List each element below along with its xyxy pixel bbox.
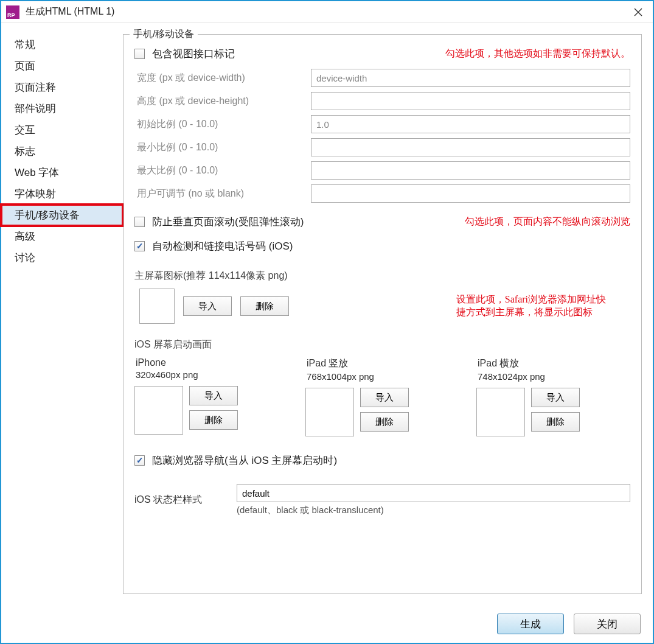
width-input[interactable]: [311, 69, 630, 87]
splash-iphone-import-button[interactable]: 导入: [189, 386, 238, 405]
splash-ipad-l-name: iPad 横放: [476, 357, 630, 370]
splash-iphone-thumb: [134, 386, 183, 435]
annotation-safari-1: 设置此项，Safari浏览器添加网址快: [456, 293, 606, 306]
home-icon-delete-button[interactable]: 删除: [240, 296, 289, 316]
splash-ipad-portrait: iPad 竖放 768x1004px png 导入 删除: [305, 357, 459, 436]
initial-scale-input[interactable]: [311, 115, 630, 133]
fieldset-legend: 手机/移动设备: [130, 28, 198, 41]
prevent-scroll-label: 防止垂直页面滚动(受阻弹性滚动): [152, 215, 304, 229]
initial-scale-label: 初始比例 (0 - 10.0): [134, 118, 311, 131]
dialog-window: 生成HTML (HTML 1) 常规 页面 页面注释 部件说明 交互 标志 We…: [0, 0, 654, 644]
sidebar-item-webfonts[interactable]: Web 字体: [1, 162, 123, 183]
status-bar-input[interactable]: [237, 484, 630, 502]
min-scale-input[interactable]: [311, 138, 630, 156]
sidebar-item-discuss[interactable]: 讨论: [1, 247, 123, 268]
mobile-fieldset: 手机/移动设备 包含视图接口标记 勾选此项，其他选项如非需要可保持默认。 宽度 …: [123, 34, 642, 594]
annotation-safari-2: 捷方式到主屏幕，将显示此图标: [456, 306, 606, 319]
height-label: 高度 (px 或 device-height): [134, 95, 311, 108]
sidebar: 常规 页面 页面注释 部件说明 交互 标志 Web 字体 字体映射 手机/移动设…: [1, 34, 123, 605]
splash-ipad-l-dim: 748x1024px png: [476, 371, 630, 382]
sidebar-item-mobile[interactable]: 手机/移动设备: [1, 205, 123, 226]
splash-iphone-delete-button[interactable]: 删除: [189, 410, 238, 430]
close-icon[interactable]: [628, 2, 648, 22]
viewport-checkbox[interactable]: [134, 49, 145, 59]
prevent-scroll-checkbox[interactable]: [134, 217, 145, 227]
titlebar: 生成HTML (HTML 1): [1, 1, 653, 23]
home-icon-thumb: [139, 289, 175, 324]
splash-iphone: iPhone 320x460px png 导入 删除: [134, 357, 288, 436]
dialog-body: 常规 页面 页面注释 部件说明 交互 标志 Web 字体 字体映射 手机/移动设…: [1, 23, 653, 605]
annotation-viewport: 勾选此项，其他选项如非需要可保持默认。: [445, 47, 630, 60]
splash-ipad-l-import-button[interactable]: 导入: [531, 388, 580, 407]
main-panel: 手机/移动设备 包含视图接口标记 勾选此项，其他选项如非需要可保持默认。 宽度 …: [123, 34, 642, 605]
splash-ipad-p-import-button[interactable]: 导入: [360, 388, 409, 407]
sidebar-item-interactions[interactable]: 交互: [1, 119, 123, 141]
status-bar-hint: (default、black 或 black-translucent): [237, 505, 630, 516]
splash-ipad-p-name: iPad 竖放: [305, 357, 459, 370]
splash-ipad-p-dim: 768x1004px png: [305, 371, 459, 382]
height-input[interactable]: [311, 92, 630, 110]
splash-iphone-dim: 320x460px png: [134, 369, 288, 380]
dialog-footer: 生成 关闭: [497, 614, 641, 634]
hide-nav-checkbox[interactable]: [134, 455, 145, 466]
status-bar-label: iOS 状态栏样式: [134, 494, 226, 506]
sidebar-item-widget-notes[interactable]: 部件说明: [1, 98, 123, 119]
home-icon-title: 主屏幕图标(推荐 114x114像素 png): [134, 270, 630, 282]
splash-ipad-p-thumb: [305, 388, 354, 436]
splash-iphone-name: iPhone: [134, 357, 288, 368]
app-icon: [6, 5, 19, 19]
sidebar-item-fontmap[interactable]: 字体映射: [1, 183, 123, 205]
viewport-checkbox-label: 包含视图接口标记: [152, 47, 235, 61]
max-scale-input[interactable]: [311, 161, 630, 180]
auto-detect-checkbox[interactable]: [134, 241, 145, 251]
user-scalable-label: 用户可调节 (no 或 blank): [134, 187, 311, 200]
splash-ipad-p-delete-button[interactable]: 删除: [360, 412, 409, 432]
splash-title: iOS 屏幕启动画面: [134, 338, 630, 351]
min-scale-label: 最小比例 (0 - 10.0): [134, 141, 311, 154]
splash-grid: iPhone 320x460px png 导入 删除 iPad 竖放 768x: [134, 357, 630, 436]
sidebar-item-page[interactable]: 页面: [1, 55, 123, 77]
hide-nav-label: 隐藏浏览器导航(当从 iOS 主屏幕启动时): [152, 453, 337, 467]
annotation-scroll: 勾选此项，页面内容不能纵向滚动浏览: [465, 215, 630, 228]
close-button[interactable]: 关闭: [574, 614, 641, 634]
splash-ipad-l-thumb: [476, 388, 525, 436]
sidebar-item-logo[interactable]: 标志: [1, 141, 123, 162]
splash-ipad-l-delete-button[interactable]: 删除: [531, 412, 580, 432]
max-scale-label: 最大比例 (0 - 10.0): [134, 164, 311, 177]
window-title: 生成HTML (HTML 1): [26, 5, 628, 18]
sidebar-item-general[interactable]: 常规: [1, 34, 123, 55]
sidebar-item-page-notes[interactable]: 页面注释: [1, 77, 123, 98]
generate-button[interactable]: 生成: [497, 614, 564, 634]
sidebar-item-advanced[interactable]: 高级: [1, 226, 123, 247]
user-scalable-input[interactable]: [311, 184, 630, 203]
home-icon-import-button[interactable]: 导入: [183, 296, 232, 316]
splash-ipad-landscape: iPad 横放 748x1024px png 导入 删除: [476, 357, 630, 436]
width-label: 宽度 (px 或 device-width): [134, 72, 311, 85]
auto-detect-label: 自动检测和链接电话号码 (iOS): [152, 239, 293, 253]
